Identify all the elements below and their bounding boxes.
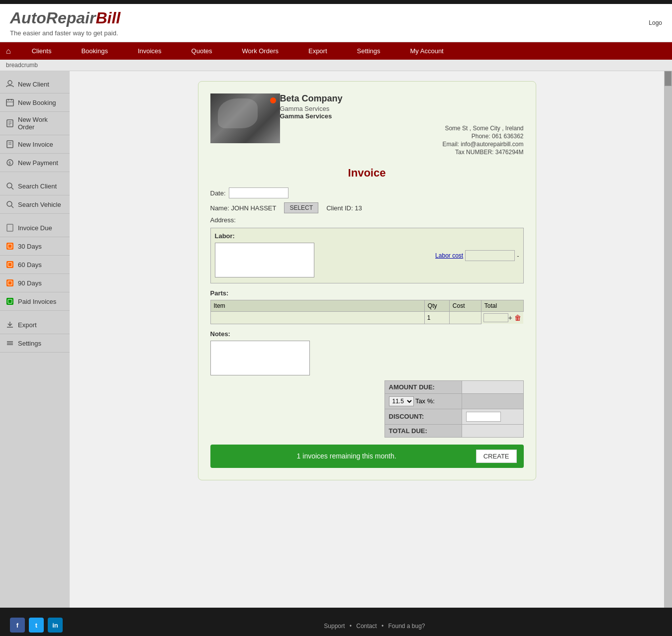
- footer-center: Support • Contact • Found a bug?: [87, 618, 662, 630]
- parts-cost-input[interactable]: [452, 314, 479, 322]
- footer-contact-link[interactable]: Contact: [356, 623, 377, 630]
- total-due-row: TOTAL DUE:: [384, 424, 523, 437]
- sidebar-label-search-vehicle: Search Vehicle: [18, 201, 61, 208]
- amount-due-label: AMOUNT DUE:: [384, 380, 462, 393]
- linkedin-button[interactable]: in: [48, 618, 63, 633]
- sidebar-item-new-work-order[interactable]: New Work Order: [0, 112, 70, 135]
- invoice-title: Invoice: [210, 167, 524, 180]
- sidebar-item-search-client[interactable]: Search Client: [0, 177, 70, 195]
- main-layout: New Client New Booking New Work Order Ne…: [0, 71, 672, 608]
- paid-invoices-icon: [5, 296, 15, 306]
- name-value: JOHN HASSET: [231, 204, 276, 212]
- twitter-button[interactable]: t: [29, 618, 44, 633]
- notes-textarea[interactable]: [210, 341, 310, 375]
- home-icon[interactable]: ⌂: [0, 43, 17, 60]
- nav-work-orders[interactable]: Work Orders: [227, 42, 293, 60]
- svg-rect-1: [6, 99, 13, 106]
- facebook-button[interactable]: f: [10, 618, 25, 633]
- sidebar-label-search-client: Search Client: [18, 182, 57, 190]
- create-button[interactable]: CREATE: [476, 450, 517, 463]
- settings-icon: [5, 338, 15, 348]
- green-bar: 1 invoices remaining this month. CREATE: [210, 445, 524, 468]
- labor-cost-label[interactable]: Labor cost: [435, 252, 463, 259]
- discount-input[interactable]: [466, 412, 501, 422]
- invoice-container: Beta Company Gamma Services Gamma Servic…: [198, 81, 536, 480]
- tax-rate-select[interactable]: 11.5 0 5 10 20 23: [389, 396, 414, 406]
- top-bar: [0, 0, 672, 4]
- main-content: Beta Company Gamma Services Gamma Servic…: [70, 71, 664, 608]
- parts-item-input[interactable]: [213, 314, 422, 322]
- company-name: Beta Company: [280, 93, 524, 104]
- sidebar-item-30-days[interactable]: 30 Days: [0, 237, 70, 256]
- sidebar-item-settings[interactable]: Settings: [0, 334, 70, 353]
- sidebar-label-new-client: New Client: [18, 81, 49, 88]
- sidebar-item-60-days[interactable]: 60 Days: [0, 256, 70, 274]
- sidebar-label-invoice-due: Invoice Due: [18, 224, 52, 232]
- breadcrumb: breadcrumb: [0, 60, 672, 71]
- header: AutoRepairBill The easier and faster way…: [0, 4, 672, 42]
- date-input[interactable]: [229, 187, 288, 198]
- sidebar-item-search-vehicle[interactable]: Search Vehicle: [0, 195, 70, 214]
- right-scrollbar[interactable]: [664, 71, 672, 608]
- nav-quotes[interactable]: Quotes: [177, 42, 227, 60]
- sidebar-item-export[interactable]: Export: [0, 316, 70, 334]
- footer-inner: f t in AutoRepairBill Copyright ©2012 Au…: [10, 618, 662, 636]
- tagline: The easier and faster way to get paid.: [10, 29, 120, 37]
- sidebar-label-new-booking: New Booking: [18, 99, 56, 106]
- company-tax: Tax NUMBER: 3476294M: [280, 149, 524, 156]
- parts-total-cell: + 🗑: [481, 312, 523, 324]
- sidebar-item-new-client[interactable]: New Client: [0, 75, 70, 93]
- select-button[interactable]: SELECT: [284, 202, 318, 213]
- sidebar-divider-2: [0, 214, 70, 219]
- labor-textarea[interactable]: [215, 243, 314, 277]
- sidebar-item-new-booking[interactable]: New Booking: [0, 93, 70, 112]
- parts-col-cost: Cost: [449, 300, 481, 312]
- parts-col-qty: Qty: [424, 300, 449, 312]
- sidebar-label-30-days: 30 Days: [18, 243, 42, 250]
- nav-clients[interactable]: Clients: [17, 42, 67, 60]
- parts-qty-input[interactable]: [427, 314, 447, 322]
- footer-support-link[interactable]: Support: [324, 623, 345, 630]
- sidebar-item-new-invoice[interactable]: New Invoice: [0, 135, 70, 154]
- search-client-icon: [5, 181, 15, 191]
- sidebar-item-invoice-due[interactable]: Invoice Due: [0, 219, 70, 237]
- notes-section: Notes:: [210, 330, 524, 375]
- tax-rate-cell: 11.5 0 5 10 20 23 Tax %:: [384, 393, 462, 409]
- date-row: Date:: [210, 187, 524, 198]
- nav-invoices[interactable]: Invoices: [123, 42, 177, 60]
- sidebar-item-new-payment[interactable]: $ New Payment: [0, 154, 70, 172]
- sidebar-item-90-days[interactable]: 90 Days: [0, 274, 70, 292]
- delete-part-icon[interactable]: 🗑: [514, 314, 521, 322]
- nav-settings[interactable]: Settings: [342, 42, 395, 60]
- footer-social: f t in: [10, 618, 87, 633]
- amount-due-row: AMOUNT DUE:: [384, 380, 523, 393]
- labor-cost-dash: -: [517, 252, 519, 260]
- client-id-label: Client ID:: [326, 204, 353, 212]
- footer: f t in AutoRepairBill Copyright ©2012 Au…: [0, 608, 672, 636]
- company-email: Email: info@autorepairbill.com: [280, 141, 524, 148]
- logo: AutoRepairBill: [10, 9, 120, 27]
- footer-links: Support • Contact • Found a bug?: [87, 623, 662, 630]
- new-payment-icon: $: [5, 158, 15, 168]
- parts-total-input[interactable]: [483, 313, 508, 322]
- svg-line-17: [11, 206, 13, 208]
- nav-export[interactable]: Export: [293, 42, 342, 60]
- nav-my-account[interactable]: My Account: [395, 42, 459, 60]
- new-client-icon: [5, 79, 15, 89]
- svg-line-15: [11, 187, 13, 189]
- main-nav: ⌂ Clients Bookings Invoices Quotes Work …: [0, 42, 672, 60]
- footer-bug-link[interactable]: Found a bug?: [388, 623, 425, 630]
- logo-part1: AutoRepair: [10, 9, 96, 27]
- company-phone: Phone: 061 636362: [280, 133, 524, 140]
- nav-bookings[interactable]: Bookings: [66, 42, 122, 60]
- parts-row: + 🗑: [210, 312, 523, 324]
- labor-cost-input[interactable]: [465, 250, 515, 261]
- sidebar-item-paid-invoices[interactable]: Paid Invoices: [0, 292, 70, 311]
- scrollbar-thumb[interactable]: [665, 71, 672, 86]
- parts-section: Parts: Item Qty Cost Total: [210, 289, 524, 324]
- add-part-icon[interactable]: +: [508, 314, 512, 322]
- labor-row: Labor: Labor cost -: [215, 232, 519, 279]
- logo-part2: Bill: [96, 9, 120, 27]
- totals-table: AMOUNT DUE: 11.5 0 5 10 20 23 Tax %:: [384, 380, 524, 438]
- export-icon: [5, 320, 15, 330]
